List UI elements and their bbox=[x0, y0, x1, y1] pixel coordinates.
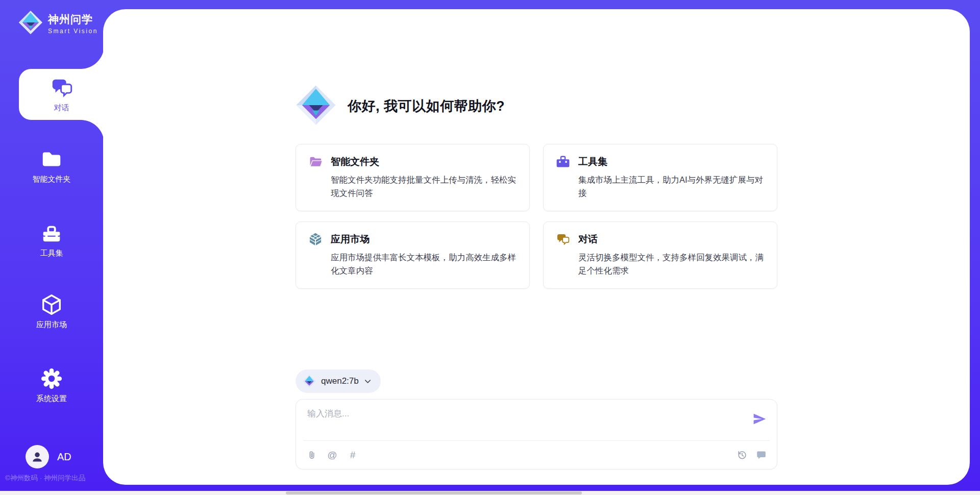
brand-logo: 神州问学 Smart Vision bbox=[18, 10, 98, 37]
chat-icon bbox=[50, 76, 74, 100]
active-tab-curve-top bbox=[81, 45, 104, 69]
sidebar-item-label: 工具集 bbox=[40, 249, 63, 258]
briefcase-icon bbox=[556, 155, 570, 169]
message-composer: @ # bbox=[296, 399, 777, 469]
sidebar-footer-text: ©神州数码 · 神州问学出品 bbox=[5, 474, 103, 483]
model-name: qwen2:7b bbox=[321, 376, 359, 386]
chat-bubble-icon[interactable] bbox=[755, 450, 767, 461]
sidebar-item-settings[interactable]: 系统设置 bbox=[0, 360, 103, 411]
sidebar-item-toolset[interactable]: 工具集 bbox=[0, 214, 103, 265]
sidebar-item-label: 对话 bbox=[54, 103, 69, 113]
chevron-down-icon bbox=[364, 378, 372, 385]
brand-subtitle: Smart Vision bbox=[48, 28, 98, 35]
user-profile-button[interactable]: AD bbox=[26, 445, 71, 468]
sidebar-item-label: 智能文件夹 bbox=[33, 175, 71, 184]
user-initials: AD bbox=[57, 451, 71, 463]
card-smart-folder[interactable]: 智能文件夹 智能文件夹功能支持批量文件上传与清洗，轻松实现文件问答 bbox=[296, 144, 530, 211]
sidebar-item-app-market[interactable]: 应用市场 bbox=[0, 286, 103, 337]
brand-name: 神州问学 bbox=[48, 12, 98, 27]
chat-icon bbox=[556, 232, 570, 246]
sidebar: 神州问学 Smart Vision 对话 智能文件夹 bbox=[0, 0, 103, 495]
card-toolset[interactable]: 工具集 集成市场上主流工具，助力AI与外界无缝扩展与对接 bbox=[543, 144, 777, 211]
card-title: 对话 bbox=[578, 233, 598, 246]
cube-icon bbox=[40, 293, 63, 316]
sidebar-item-label: 系统设置 bbox=[36, 394, 67, 404]
sidebar-item-chat[interactable]: 对话 bbox=[19, 69, 104, 120]
feature-cards: 智能文件夹 智能文件夹功能支持批量文件上传与清洗，轻松实现文件问答 工具集 集成… bbox=[296, 144, 777, 289]
history-icon[interactable] bbox=[736, 450, 747, 461]
sidebar-item-smart-folder[interactable]: 智能文件夹 bbox=[0, 140, 103, 191]
horizontal-scrollbar[interactable] bbox=[0, 491, 980, 495]
folder-open-icon bbox=[308, 155, 323, 169]
mention-icon[interactable]: @ bbox=[327, 450, 338, 461]
card-description: 集成市场上主流工具，助力AI与外界无缝扩展与对接 bbox=[578, 174, 765, 200]
avatar bbox=[26, 445, 49, 468]
gear-icon bbox=[40, 367, 63, 390]
attachment-icon[interactable] bbox=[306, 450, 317, 461]
card-description: 灵活切换多模型文件，支持多样回复效果调试，满足个性化需求 bbox=[578, 251, 765, 277]
scrollbar-thumb[interactable] bbox=[286, 491, 582, 494]
send-icon[interactable] bbox=[752, 412, 767, 426]
card-app-market[interactable]: 应用市场 应用市场提供丰富长文本模板，助力高效生成多样化文章内容 bbox=[296, 221, 530, 289]
greeting-block: 你好, 我可以如何帮助你? bbox=[296, 9, 777, 128]
composer-toolbar: @ # bbox=[306, 441, 767, 469]
model-diamond-icon bbox=[303, 375, 316, 388]
card-title: 智能文件夹 bbox=[331, 155, 379, 168]
person-icon bbox=[30, 449, 45, 464]
toolbox-icon bbox=[40, 221, 63, 245]
main-panel: 你好, 我可以如何帮助你? 智能文件夹 智能文件夹功能支持批量文件上传与清洗，轻… bbox=[103, 9, 970, 485]
card-description: 应用市场提供丰富长文本模板，助力高效生成多样化文章内容 bbox=[331, 251, 517, 277]
card-description: 智能文件夹功能支持批量文件上传与清洗，轻松实现文件问答 bbox=[331, 174, 517, 200]
sidebar-item-label: 应用市场 bbox=[36, 320, 67, 330]
greeting-text: 你好, 我可以如何帮助你? bbox=[348, 97, 505, 115]
card-title: 工具集 bbox=[578, 155, 607, 168]
model-selector[interactable]: qwen2:7b bbox=[296, 369, 381, 393]
brand-diamond-icon bbox=[18, 10, 43, 37]
greeting-diamond-icon bbox=[296, 85, 336, 128]
message-input[interactable] bbox=[306, 407, 741, 437]
card-chat[interactable]: 对话 灵活切换多模型文件，支持多样回复效果调试，满足个性化需求 bbox=[543, 221, 777, 289]
folder-icon bbox=[40, 147, 63, 171]
cube-grid-icon bbox=[308, 232, 323, 246]
card-title: 应用市场 bbox=[331, 233, 370, 246]
hashtag-icon[interactable]: # bbox=[347, 450, 358, 461]
